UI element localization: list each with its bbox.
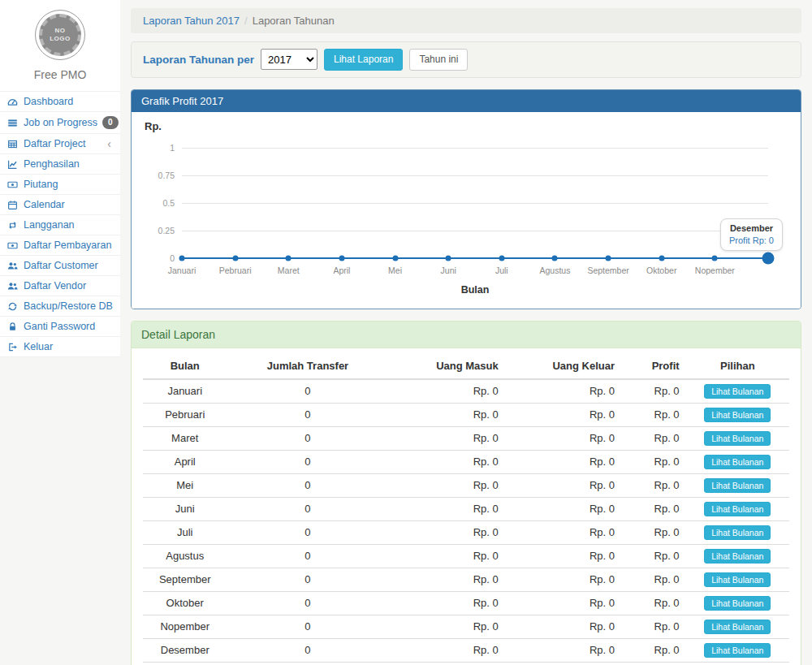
cell-pilihan: Lihat Bulanan — [686, 615, 789, 638]
x-tick-label: Januari — [168, 266, 196, 275]
col-header-uang-keluar: Uang Keluar — [505, 353, 621, 379]
data-point-mei[interactable] — [392, 255, 398, 261]
lihat-bulanan-button[interactable]: Lihat Bulanan — [704, 408, 771, 422]
sidebar-item-label: Keluar — [24, 341, 113, 352]
cell-profit: Rp. 0 — [621, 473, 686, 497]
lihat-bulanan-button[interactable]: Lihat Bulanan — [704, 525, 771, 540]
table-row: September0Rp. 0Rp. 0Rp. 0Lihat Bulanan — [143, 568, 789, 591]
sidebar-item-dashboard[interactable]: Dashboard — [0, 91, 120, 111]
y-tick-label: 0.5 — [142, 198, 175, 208]
chart-panel-title: Grafik Profit 2017 — [132, 90, 801, 112]
chevron-left-icon: ‹ — [107, 138, 113, 149]
cell-uang-masuk: Rp. 0 — [388, 473, 504, 497]
data-point-pebruari[interactable] — [232, 255, 238, 261]
tooltip-title: Desember — [729, 223, 774, 233]
table-row: Pebruari0Rp. 0Rp. 0Rp. 0Lihat Bulanan — [143, 403, 789, 426]
sidebar-item-daftar-pembayaran[interactable]: Daftar Pembayaran — [0, 235, 120, 255]
sidebar-item-label: Langganan — [24, 219, 113, 231]
cell-uang-keluar: Rp. 0 — [505, 473, 621, 497]
data-point-maret[interactable] — [286, 255, 292, 261]
sidebar-item-ganti-password[interactable]: Ganti Password — [0, 316, 120, 336]
breadcrumb-link-laporan-tahun[interactable]: Laporan Tahun 2017 — [143, 15, 240, 27]
data-point-juni[interactable] — [446, 255, 451, 261]
data-point-agustus[interactable] — [552, 255, 558, 261]
table-row: Juli0Rp. 0Rp. 0Rp. 0Lihat Bulanan — [143, 520, 789, 544]
lihat-bulanan-button[interactable]: Lihat Bulanan — [704, 455, 771, 469]
cell-pilihan: Lihat Bulanan — [686, 379, 789, 404]
cell-profit: Rp. 0 — [621, 638, 686, 662]
lihat-bulanan-button[interactable]: Lihat Bulanan — [704, 478, 771, 493]
lihat-bulanan-button[interactable]: Lihat Bulanan — [704, 643, 771, 658]
cell-uang-masuk: Rp. 0 — [388, 591, 504, 615]
cell-bulan: Pebruari — [143, 403, 227, 426]
data-point-juli[interactable] — [499, 255, 504, 261]
col-header-jumlah-transfer: Jumlah Transfer — [227, 353, 388, 379]
cell-bulan: Maret — [143, 426, 227, 450]
data-point-oktober[interactable] — [659, 255, 664, 261]
report-table-body: Januari0Rp. 0Rp. 0Rp. 0Lihat BulananPebr… — [143, 379, 789, 665]
lihat-bulanan-button[interactable]: Lihat Bulanan — [704, 502, 771, 516]
data-point-desember[interactable] — [762, 252, 775, 264]
cell-uang-masuk: Rp. 0 — [388, 568, 504, 591]
cell-bulan: Nopember — [143, 615, 227, 638]
refresh-icon — [7, 301, 19, 312]
cell-uang-masuk: Rp. 0 — [388, 638, 504, 662]
data-point-september[interactable] — [606, 255, 611, 261]
table-total-row: Total0Rp. 0Rp. 0Rp. 0 — [143, 662, 789, 665]
chart-plot: Bulan Desember Profit Rp: 0 JanuariPebru… — [182, 112, 768, 309]
sidebar-item-backup-restore-db[interactable]: Backup/Restore DB — [0, 296, 120, 316]
sidebar-item-label: Ganti Password — [24, 321, 113, 332]
cell-profit: Rp. 0 — [621, 544, 686, 568]
x-tick-label: Agustus — [539, 266, 570, 275]
sidebar-item-job-on-progress[interactable]: Job on Progress 0 — [0, 111, 120, 133]
lihat-laporan-button[interactable]: Lihat Laporan — [324, 49, 403, 71]
main-content: Laporan Tahun 2017/Laporan Tahunan Lapor… — [120, 0, 812, 665]
cell-jumlah-transfer: 0 — [227, 520, 388, 544]
cell-uang-masuk: Rp. 0 — [388, 403, 504, 426]
cell-jumlah-transfer: 0 — [227, 473, 388, 497]
cell-profit: Rp. 0 — [621, 568, 686, 591]
cell-pilihan: Lihat Bulanan — [686, 473, 789, 497]
cell-jumlah-transfer: 0 — [227, 497, 388, 520]
sidebar-item-daftar-project[interactable]: Daftar Project ‹ — [0, 133, 120, 153]
sidebar-item-label: Piutang — [24, 179, 113, 190]
sidebar-item-label: Penghasilan — [24, 158, 113, 170]
sidebar-item-label: Daftar Vendor — [24, 280, 113, 291]
lihat-bulanan-button[interactable]: Lihat Bulanan — [704, 431, 771, 446]
sidebar-item-label: Daftar Project — [24, 138, 102, 149]
cell-uang-keluar: Rp. 0 — [505, 544, 621, 568]
lihat-bulanan-button[interactable]: Lihat Bulanan — [704, 596, 771, 611]
cell-uang-keluar: Rp. 0 — [505, 450, 621, 473]
x-axis-title: Bulan — [182, 284, 768, 296]
sidebar-item-langganan[interactable]: Langganan — [0, 214, 120, 235]
calendar-icon — [7, 200, 19, 210]
lihat-bulanan-button[interactable]: Lihat Bulanan — [704, 572, 771, 587]
sidebar-item-piutang[interactable]: Piutang — [0, 174, 120, 194]
cell-uang-keluar: Rp. 0 — [505, 591, 621, 615]
profit-chart-panel: Grafik Profit 2017 Rp. 10.750.50.250 Bul… — [131, 89, 801, 309]
cell-uang-keluar: Rp. 0 — [505, 662, 621, 665]
lihat-bulanan-button[interactable]: Lihat Bulanan — [704, 620, 771, 634]
x-tick-label: Pebruari — [219, 266, 252, 275]
data-point-nopember[interactable] — [712, 255, 718, 261]
sidebar-item-penghasilan[interactable]: Penghasilan — [0, 153, 120, 174]
year-select[interactable]: 2017 — [261, 49, 317, 70]
sidebar-item-daftar-vendor[interactable]: Daftar Vendor — [0, 275, 120, 296]
sidebar: NO LOGO Free PMO Dashboard Job on Progre… — [0, 0, 120, 357]
sidebar-item-label: Backup/Restore DB — [24, 300, 113, 312]
data-point-januari[interactable] — [179, 255, 185, 261]
detail-laporan-panel: Detail Laporan Bulan Jumlah Transfer Uan… — [131, 321, 801, 665]
data-point-april[interactable] — [339, 255, 344, 261]
tahun-ini-button[interactable]: Tahun ini — [409, 49, 468, 71]
tasks-icon — [7, 118, 19, 128]
sidebar-item-label: Daftar Pembayaran — [24, 240, 113, 251]
sidebar-item-daftar-customer[interactable]: Daftar Customer — [0, 255, 120, 275]
lihat-bulanan-button[interactable]: Lihat Bulanan — [704, 384, 771, 399]
lihat-bulanan-button[interactable]: Lihat Bulanan — [704, 549, 771, 564]
sidebar-item-keluar[interactable]: Keluar — [0, 336, 120, 356]
sidebar-item-calendar[interactable]: Calendar — [0, 194, 120, 214]
y-tick-label: 0.25 — [142, 226, 175, 235]
cell-uang-keluar: Rp. 0 — [505, 403, 621, 426]
job-count-badge: 0 — [102, 116, 119, 129]
cell-bulan: Oktober — [143, 591, 227, 615]
